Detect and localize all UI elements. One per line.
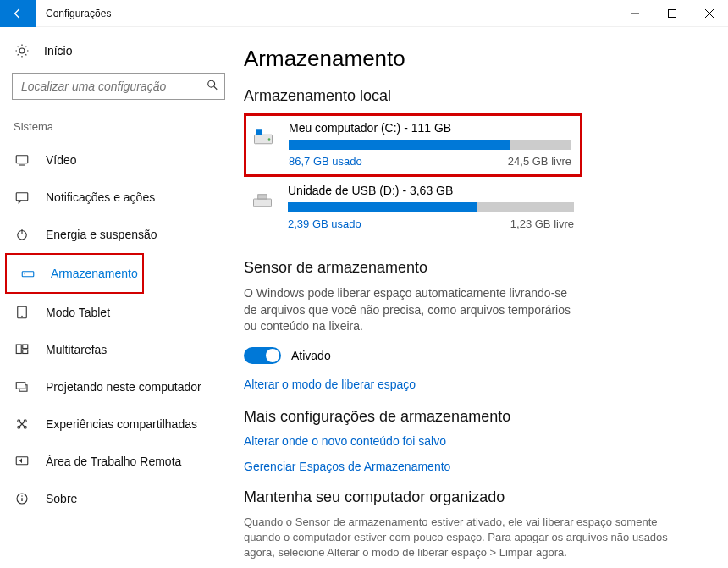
svg-point-22 (24, 426, 26, 428)
window-controls (616, 0, 728, 27)
svg-point-12 (25, 273, 26, 275)
storage-sense-toggle-row: Ativado (244, 347, 706, 364)
storage-icon (20, 265, 36, 282)
minimize-button[interactable] (616, 0, 654, 27)
storage-sense-desc: O Windows pode liberar espaço automatica… (244, 285, 574, 335)
drive-used: 86,7 GB usado (289, 155, 362, 168)
shared-icon (14, 416, 30, 433)
drive-d[interactable]: Unidade de USB (D:) - 3,63 GB 2,39 GB us… (244, 177, 582, 239)
message-icon (14, 189, 30, 206)
more-settings-heading: Mais configurações de armazenamento (244, 408, 706, 426)
keep-organized-heading: Mantenha seu computador organizado (244, 488, 706, 506)
sidebar-item-label: Vídeo (46, 153, 77, 167)
gear-icon (14, 42, 30, 59)
svg-rect-17 (23, 350, 28, 354)
display-icon (14, 152, 30, 168)
sidebar-item-video[interactable]: Vídeo (0, 141, 237, 179)
sidebar: Início Sistema Vídeo Notificações e açõe… (0, 27, 237, 568)
sidebar-item-multitask[interactable]: Multitarefas (0, 331, 237, 368)
sidebar-item-tablet[interactable]: Modo Tablet (0, 294, 237, 331)
toggle-knob (266, 349, 279, 362)
info-icon (14, 490, 30, 507)
search-container (12, 73, 225, 100)
sidebar-item-notifications[interactable]: Notificações e ações (0, 179, 237, 216)
drive-name: Meu computador (C:) - 111 GB (289, 121, 571, 135)
svg-rect-11 (22, 272, 34, 277)
home-label: Início (44, 44, 72, 58)
drive-used: 2,39 GB usado (288, 218, 361, 230)
svg-rect-1 (669, 9, 676, 17)
svg-point-20 (24, 420, 26, 422)
change-save-location-link[interactable]: Alterar onde o novo conteúdo foi salvo (244, 434, 706, 448)
local-storage-heading: Armazenamento local (244, 87, 706, 105)
keep-organized-desc: Quando o Sensor de armazenamento estiver… (244, 515, 684, 561)
close-button[interactable] (691, 0, 728, 27)
power-icon (14, 226, 30, 243)
svg-point-14 (21, 316, 23, 317)
sidebar-item-label: Multitarefas (46, 343, 107, 356)
project-icon (14, 378, 30, 395)
sidebar-item-remote[interactable]: Área de Trabalho Remota (0, 443, 237, 480)
storage-sense-heading: Sensor de armazenamento (244, 259, 706, 277)
tablet-icon (14, 304, 30, 321)
svg-point-19 (18, 420, 20, 422)
svg-rect-6 (16, 156, 28, 163)
home-button[interactable]: Início (0, 36, 237, 66)
svg-rect-8 (16, 193, 28, 201)
arrow-left-icon (12, 8, 24, 19)
hdd-icon (250, 123, 277, 150)
change-free-space-link[interactable]: Alterar o modo de liberar espaço (244, 378, 706, 391)
svg-point-21 (18, 426, 20, 428)
sidebar-item-label: Energia e suspensão (46, 228, 157, 241)
drive-free: 1,23 GB livre (510, 218, 574, 230)
maximize-button[interactable] (654, 0, 691, 27)
drive-bar-fill (288, 202, 477, 212)
window-title: Configurações (46, 8, 616, 19)
sidebar-item-power[interactable]: Energia e suspensão (0, 216, 237, 253)
content: Armazenamento Armazenamento local Meu co… (237, 27, 728, 568)
svg-rect-31 (258, 195, 267, 199)
storage-sense-toggle[interactable] (244, 347, 281, 364)
drive-bar (288, 202, 574, 212)
svg-rect-15 (16, 345, 21, 354)
multitask-icon (14, 341, 30, 358)
sidebar-item-about[interactable]: Sobre (0, 480, 237, 517)
sidebar-item-storage[interactable]: Armazenamento (7, 255, 142, 292)
titlebar: Configurações (0, 0, 728, 27)
svg-rect-28 (256, 129, 262, 135)
svg-rect-30 (254, 199, 272, 207)
page-title: Armazenamento (244, 46, 706, 72)
usb-icon (249, 185, 276, 212)
drive-c[interactable]: Meu computador (C:) - 111 GB 86,7 GB usa… (244, 113, 582, 177)
svg-point-26 (21, 495, 23, 497)
drive-free: 24,5 GB livre (508, 155, 571, 168)
sidebar-item-label: Notificações e ações (46, 190, 155, 204)
sidebar-item-label: Projetando neste computador (46, 380, 201, 394)
sidebar-group-label: Sistema (0, 115, 237, 141)
remote-icon (14, 453, 30, 470)
search-icon (207, 80, 218, 94)
svg-point-4 (208, 80, 215, 87)
toggle-label: Ativado (291, 349, 331, 362)
drive-bar (289, 140, 571, 150)
svg-line-5 (214, 86, 218, 90)
sidebar-item-label: Armazenamento (51, 267, 138, 280)
sidebar-item-label: Modo Tablet (46, 306, 110, 319)
drive-bar-fill (289, 140, 510, 150)
svg-rect-18 (16, 383, 25, 389)
sidebar-item-label: Experiências compartilhadas (46, 417, 197, 431)
svg-rect-16 (23, 345, 28, 349)
sidebar-item-label: Área de Trabalho Remota (46, 455, 181, 468)
svg-point-29 (268, 138, 271, 141)
sidebar-item-label: Sobre (46, 492, 77, 505)
sidebar-item-shared[interactable]: Experiências compartilhadas (0, 405, 237, 443)
drive-name: Unidade de USB (D:) - 3,63 GB (288, 184, 574, 197)
sidebar-item-projecting[interactable]: Projetando neste computador (0, 368, 237, 405)
manage-storage-spaces-link[interactable]: Gerenciar Espaços de Armazenamento (244, 460, 706, 473)
search-input[interactable] (12, 73, 225, 100)
back-button[interactable] (0, 0, 36, 27)
